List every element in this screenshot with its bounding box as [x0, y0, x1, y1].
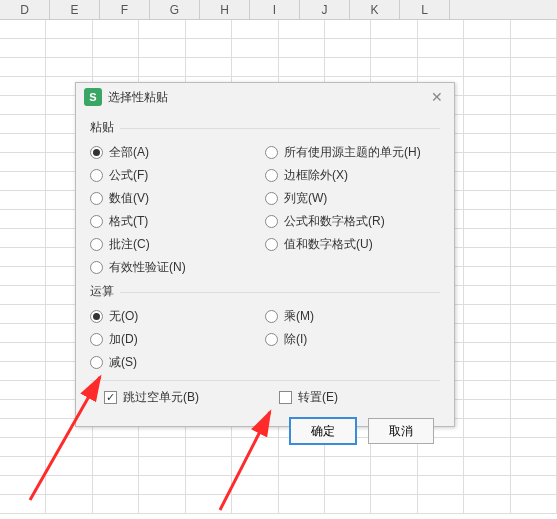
cell[interactable]	[186, 58, 232, 77]
cell[interactable]	[464, 419, 510, 438]
cell[interactable]	[0, 153, 46, 172]
cell[interactable]	[46, 39, 92, 58]
cell[interactable]	[371, 39, 417, 58]
cell[interactable]	[186, 457, 232, 476]
cell[interactable]	[0, 96, 46, 115]
cell[interactable]	[464, 153, 510, 172]
cell[interactable]	[186, 39, 232, 58]
cell[interactable]	[279, 20, 325, 39]
cell[interactable]	[186, 20, 232, 39]
cell[interactable]	[464, 362, 510, 381]
cell[interactable]	[511, 381, 557, 400]
cell[interactable]	[464, 495, 510, 514]
column-header[interactable]: F	[100, 0, 150, 19]
cell[interactable]	[511, 115, 557, 134]
paste-option[interactable]: 数值(V)	[90, 188, 265, 208]
column-header[interactable]: D	[0, 0, 50, 19]
cell[interactable]	[511, 476, 557, 495]
cell[interactable]	[511, 77, 557, 96]
cell[interactable]	[511, 134, 557, 153]
cell[interactable]	[232, 476, 278, 495]
cell[interactable]	[279, 495, 325, 514]
paste-option[interactable]: 全部(A)	[90, 142, 265, 162]
cell[interactable]	[511, 495, 557, 514]
cell[interactable]	[139, 39, 185, 58]
paste-option[interactable]: 所有使用源主题的单元(H)	[265, 142, 440, 162]
cell[interactable]	[93, 476, 139, 495]
cell[interactable]	[232, 20, 278, 39]
cell[interactable]	[93, 39, 139, 58]
column-header[interactable]: H	[200, 0, 250, 19]
cell[interactable]	[325, 476, 371, 495]
cell[interactable]	[511, 305, 557, 324]
ok-button[interactable]: 确定	[290, 418, 356, 444]
cell[interactable]	[232, 58, 278, 77]
column-header[interactable]: I	[250, 0, 300, 19]
close-icon[interactable]: ✕	[428, 88, 446, 106]
cell[interactable]	[464, 248, 510, 267]
cell[interactable]	[0, 438, 46, 457]
cell[interactable]	[511, 419, 557, 438]
cell[interactable]	[511, 438, 557, 457]
cell[interactable]	[464, 172, 510, 191]
paste-option[interactable]: 批注(C)	[90, 234, 265, 254]
cell[interactable]	[0, 191, 46, 210]
paste-option[interactable]: 格式(T)	[90, 211, 265, 231]
cell[interactable]	[0, 115, 46, 134]
cell[interactable]	[46, 457, 92, 476]
cell[interactable]	[325, 58, 371, 77]
cell[interactable]	[511, 20, 557, 39]
cell[interactable]	[511, 96, 557, 115]
paste-option[interactable]: 边框除外(X)	[265, 165, 440, 185]
cell[interactable]	[232, 39, 278, 58]
cell[interactable]	[464, 476, 510, 495]
cell[interactable]	[511, 267, 557, 286]
cell[interactable]	[279, 457, 325, 476]
cell[interactable]	[0, 267, 46, 286]
cell[interactable]	[0, 210, 46, 229]
cell[interactable]	[464, 77, 510, 96]
cell[interactable]	[93, 58, 139, 77]
operation-option[interactable]: 无(O)	[90, 306, 265, 326]
cell[interactable]	[464, 20, 510, 39]
cell[interactable]	[371, 20, 417, 39]
paste-option[interactable]: 值和数字格式(U)	[265, 234, 440, 254]
operation-option[interactable]: 除(I)	[265, 329, 440, 349]
cell[interactable]	[511, 286, 557, 305]
cell[interactable]	[371, 58, 417, 77]
cell[interactable]	[0, 39, 46, 58]
cell[interactable]	[0, 172, 46, 191]
cell[interactable]	[325, 457, 371, 476]
cell[interactable]	[511, 229, 557, 248]
cell[interactable]	[0, 324, 46, 343]
cell[interactable]	[464, 210, 510, 229]
cell[interactable]	[139, 476, 185, 495]
cell[interactable]	[139, 20, 185, 39]
cell[interactable]	[371, 476, 417, 495]
cell[interactable]	[418, 20, 464, 39]
cell[interactable]	[0, 77, 46, 96]
cell[interactable]	[232, 495, 278, 514]
cell[interactable]	[464, 115, 510, 134]
cell[interactable]	[93, 457, 139, 476]
cell[interactable]	[0, 495, 46, 514]
cell[interactable]	[325, 39, 371, 58]
cell[interactable]	[464, 343, 510, 362]
operation-option[interactable]: 加(D)	[90, 329, 265, 349]
cell[interactable]	[464, 305, 510, 324]
cell[interactable]	[464, 39, 510, 58]
cell[interactable]	[511, 457, 557, 476]
cell[interactable]	[325, 495, 371, 514]
cell[interactable]	[464, 134, 510, 153]
cell[interactable]	[325, 20, 371, 39]
cell[interactable]	[46, 20, 92, 39]
cell[interactable]	[511, 400, 557, 419]
cell[interactable]	[232, 457, 278, 476]
cell[interactable]	[93, 20, 139, 39]
cell[interactable]	[0, 362, 46, 381]
cell[interactable]	[418, 457, 464, 476]
column-header[interactable]: E	[50, 0, 100, 19]
cell[interactable]	[186, 476, 232, 495]
cell[interactable]	[464, 381, 510, 400]
column-header[interactable]: L	[400, 0, 450, 19]
